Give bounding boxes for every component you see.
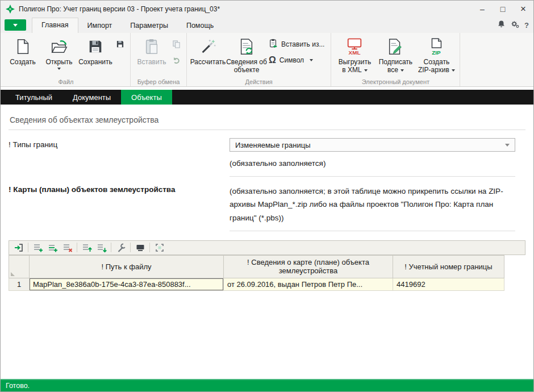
doc-tab-objects[interactable]: Объекты <box>121 90 172 105</box>
ribbon-tab-import[interactable]: Импорт <box>78 19 122 33</box>
ribbon-tab-parameters[interactable]: Параметры <box>121 19 177 33</box>
zip-dropdown-arrow-icon <box>452 69 455 72</box>
omega-icon <box>269 55 276 65</box>
cell-path[interactable]: MapPlan_8e386a0b-175e-4ca3-87ea-850883f.… <box>30 278 224 290</box>
expand-table-button[interactable] <box>152 241 166 254</box>
create-zip-button[interactable]: ZIP Создать ZIP-архив <box>416 35 457 74</box>
new-document-icon <box>14 36 31 57</box>
notifications-bell-icon[interactable] <box>497 20 506 30</box>
save-floppy-icon <box>87 36 104 57</box>
object-info-icon <box>238 36 255 57</box>
field-separator <box>230 176 515 177</box>
doc-tab-documents[interactable]: Документы <box>62 90 121 105</box>
attach-file-button[interactable] <box>11 241 26 254</box>
save-all-button[interactable] <box>114 38 126 49</box>
paste-clipboard-icon <box>143 36 160 57</box>
maps-label: ! Карты (планы) объектов землеустройства <box>9 185 230 231</box>
symbol-dropdown-arrow-icon <box>310 59 313 61</box>
border-types-note: (обязательно заполняется) <box>230 157 515 170</box>
open-dropdown-arrow-icon <box>57 68 61 70</box>
border-types-value: Изменяемые границы <box>235 141 310 149</box>
create-button[interactable]: Создать <box>5 35 41 66</box>
move-row-down-button[interactable] <box>94 241 109 254</box>
move-row-up-button[interactable] <box>80 241 94 254</box>
paste-from-button[interactable]: Вставить из... <box>269 39 324 49</box>
titlebar-quick-icons: ? <box>497 20 529 30</box>
svg-text:ZIP: ZIP <box>432 49 441 56</box>
maximize-button[interactable]: □ <box>493 1 513 18</box>
table-header-row: ! Путь к файлу ! Сведения о карте (плане… <box>9 255 504 278</box>
close-button[interactable]: × <box>513 1 533 18</box>
ribbon-tab-main[interactable]: Главная <box>32 18 78 33</box>
actions-small-buttons: Вставить из... Символ <box>267 35 328 65</box>
status-text: Готово. <box>6 382 30 390</box>
calculate-button[interactable]: Рассчитать <box>190 35 226 66</box>
doc-tab-titular[interactable]: Титульный <box>5 90 62 105</box>
status-bar: Готово. <box>1 379 533 391</box>
settings-gear-icon[interactable] <box>511 20 519 30</box>
group-label-clipboard: Буфер обмена <box>131 78 186 85</box>
svg-text:XML: XML <box>349 49 361 56</box>
select-all-corner-cell[interactable] <box>9 255 30 278</box>
chevron-down-icon <box>505 144 510 147</box>
ribbon-tab-row: Главная Импорт Параметры Помощь ? <box>1 18 533 33</box>
file-menu-arrow-icon <box>13 24 18 27</box>
export-xml-button[interactable]: XML Выгрузить в XML <box>334 35 375 74</box>
copy-button[interactable] <box>170 38 182 49</box>
ribbon-group-edoc: XML Выгрузить в XML Подписать все ZIP Со… <box>331 33 460 86</box>
maps-table: ! Путь к файлу ! Сведения о карте (плане… <box>9 255 504 291</box>
table-settings-button[interactable] <box>114 241 128 254</box>
zip-archive-icon: ZIP <box>427 36 445 57</box>
add-row-button[interactable] <box>31 241 45 254</box>
cell-number[interactable]: 4419692 <box>393 278 504 290</box>
toolbar-separator <box>28 243 28 252</box>
file-mini-buttons <box>114 35 127 49</box>
xml-export-icon: XML <box>345 36 364 57</box>
border-types-select[interactable]: Изменяемые границы <box>230 138 515 152</box>
minimize-button[interactable]: – <box>472 1 493 18</box>
ribbon: Создать Открыть Сохранить Файл <box>1 33 533 87</box>
delete-row-button[interactable] <box>60 241 74 254</box>
sign-document-icon <box>387 36 404 57</box>
ribbon-tab-help[interactable]: Помощь <box>177 19 223 33</box>
help-icon[interactable]: ? <box>524 21 529 30</box>
ribbon-group-clipboard: Вставить Буфер обмена <box>131 33 187 86</box>
window-controls: – □ × <box>472 1 533 18</box>
ribbon-group-file: Создать Открыть Сохранить Файл <box>2 33 131 86</box>
paste-from-icon <box>269 39 278 49</box>
symbol-button[interactable]: Символ <box>269 55 313 65</box>
object-info-button[interactable]: Сведения об объекте <box>226 35 267 74</box>
maps-table-block: ! Путь к файлу ! Сведения о карте (плане… <box>9 240 525 291</box>
clipboard-mini-buttons <box>170 35 183 66</box>
insert-row-button[interactable] <box>45 241 60 254</box>
column-header-info[interactable]: ! Сведения о карте (плане) объекта земле… <box>224 255 393 278</box>
field-border-types: ! Типы границ Изменяемые границы (обязат… <box>9 138 525 177</box>
main-content: Сведения об объектах землеустройства ! Т… <box>1 105 533 379</box>
paste-button[interactable]: Вставить <box>134 35 170 66</box>
sign-dropdown-arrow-icon <box>400 69 404 72</box>
ribbon-group-actions: Рассчитать Сведения об объекте Вставить … <box>187 33 331 86</box>
group-label-edoc: Электронный документ <box>331 78 460 85</box>
section-heading: Сведения об объектах землеустройства <box>10 115 525 124</box>
view-panel-button[interactable] <box>133 241 147 254</box>
window-title: Полигон Про: Учет границ версии 03 - Про… <box>19 5 220 13</box>
document-tabbar: Титульный Документы Объекты <box>1 90 533 105</box>
save-button[interactable]: Сохранить <box>77 35 114 66</box>
open-button[interactable]: Открыть <box>41 35 77 70</box>
undo-button[interactable] <box>170 55 182 66</box>
xml-dropdown-arrow-icon <box>364 69 368 72</box>
row-number-cell[interactable]: 1 <box>9 278 30 290</box>
table-toolbar <box>9 240 525 255</box>
file-menu-button[interactable] <box>5 19 26 31</box>
title-bar: Полигон Про: Учет границ версии 03 - Про… <box>1 1 533 18</box>
group-label-file: Файл <box>2 78 130 85</box>
cell-info[interactable]: от 26.09.2016, выдан Петров Петр Пе... <box>224 278 393 290</box>
column-header-path[interactable]: ! Путь к файлу <box>30 255 224 278</box>
toolbar-separator <box>77 243 77 252</box>
magic-wand-icon <box>199 36 216 57</box>
toolbar-separator <box>130 243 131 252</box>
toolbar-separator <box>111 243 111 252</box>
app-logo-icon <box>6 5 15 14</box>
sign-all-button[interactable]: Подписать все <box>375 35 416 74</box>
column-header-number[interactable]: ! Учетный номер границы <box>393 255 504 278</box>
